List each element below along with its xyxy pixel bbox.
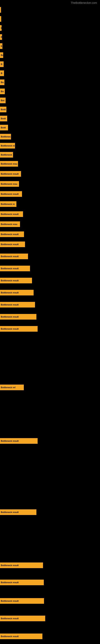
bar: Bottleneck result bbox=[0, 616, 45, 621]
list-item: Bottleneck result bbox=[0, 509, 36, 515]
list-item bbox=[0, 16, 1, 22]
bar: Bottleneck result bbox=[0, 634, 42, 639]
bar: Bottleneck re bbox=[0, 201, 16, 207]
bar-label: Bottleneck result bbox=[1, 233, 19, 236]
bar: Bottleneck result bbox=[0, 211, 23, 217]
list-item: Bottleneck resu bbox=[0, 222, 20, 227]
list-item: Bottleneck ref bbox=[0, 384, 24, 390]
bar: Bottleneck result bbox=[0, 278, 32, 283]
bar: Bottleneck res bbox=[0, 143, 15, 148]
bar: Bottleneck result bbox=[0, 302, 35, 308]
list-item: Bottleneck result bbox=[0, 191, 22, 197]
list-item: Bottl bbox=[0, 116, 7, 121]
list-item: Bottleneck result bbox=[0, 302, 35, 308]
bar-label: Bottleneck result bbox=[1, 255, 19, 258]
list-item: Bot bbox=[0, 98, 6, 103]
bar: Bottl bbox=[0, 116, 7, 121]
bar: Bo bbox=[0, 52, 3, 58]
bar: Bottleneck result bbox=[0, 290, 34, 296]
bar: Bottleneck result bbox=[0, 598, 44, 604]
bar: Bottleneck result bbox=[0, 314, 36, 320]
bar-label: Bottleneck result bbox=[1, 292, 19, 294]
bar-label: Bo bbox=[1, 90, 4, 92]
site-title: TheBottlenecker.com bbox=[71, 0, 99, 5]
bar-label: Bottleneck result bbox=[1, 564, 19, 566]
bar bbox=[0, 16, 1, 22]
bar-label: Bottleneck result bbox=[1, 581, 19, 584]
bar-label: B bbox=[1, 36, 2, 38]
list-item: Bottl bbox=[0, 125, 8, 130]
bar-label: E bbox=[1, 45, 2, 47]
bar: Bottleneck result bbox=[0, 171, 21, 177]
bar-label: Bottleneck result bbox=[1, 440, 19, 442]
list-item: B bbox=[0, 34, 2, 40]
list-item: B bbox=[0, 70, 4, 76]
bar-label: Bottleneck result bbox=[1, 243, 19, 246]
bar-label: Bo bbox=[1, 54, 3, 56]
list-item: Bottleneck re bbox=[0, 201, 16, 207]
bar-label: Bottleneck bbox=[1, 154, 12, 156]
bar-label: Bottleneck result bbox=[1, 213, 19, 215]
bar-label: Bottl bbox=[1, 126, 6, 129]
list-item: Bottleneck result bbox=[0, 266, 30, 271]
bar: Bo bbox=[0, 80, 4, 85]
bar: Bottleneck result bbox=[0, 509, 36, 515]
list-item: Bottleneck result bbox=[0, 254, 28, 259]
bar-label: Bottleneck resu bbox=[1, 223, 17, 226]
list-item: Bottleneck result bbox=[0, 171, 21, 177]
bar: Bottleneck result bbox=[0, 562, 43, 568]
bar: Bottleneck resu bbox=[0, 222, 20, 227]
list-item: Bottleneck bbox=[0, 152, 13, 158]
bar-label: Bottl bbox=[1, 108, 6, 111]
list-item: Bottleneck result bbox=[0, 616, 45, 621]
list-item: B bbox=[0, 62, 3, 67]
list-item: Bottleneck resu bbox=[0, 181, 19, 187]
bar-label: Bottleneck result bbox=[1, 304, 19, 306]
bar: Bo bbox=[0, 88, 5, 94]
list-item: Bottleneck result bbox=[0, 326, 38, 332]
list-item: Bo bbox=[0, 88, 5, 94]
bar: B bbox=[0, 70, 4, 76]
bar: Bottl bbox=[0, 125, 8, 130]
list-item: Bottleneck result bbox=[0, 232, 24, 237]
bar-label: Bottleneck result bbox=[1, 600, 19, 602]
bar: Bottl bbox=[0, 107, 6, 112]
bar-label: Bottleneck result bbox=[1, 267, 19, 270]
bar-label: Bottleneck result bbox=[1, 173, 19, 175]
bar: Bottleneck result bbox=[0, 242, 25, 247]
bar-label: Bottleneck resu bbox=[1, 162, 17, 165]
bar-label: Bottleneck resu bbox=[1, 183, 17, 185]
bar-label: E bbox=[1, 27, 1, 29]
bar-label: Bottleneck re bbox=[1, 203, 15, 205]
bar-label: Bottlenec bbox=[1, 136, 11, 138]
bar: Bottleneck result bbox=[0, 580, 44, 585]
list-item bbox=[0, 7, 1, 13]
bar: Bottleneck result bbox=[0, 254, 28, 259]
list-item: Bottleneck result bbox=[0, 242, 25, 247]
list-item: Bottleneck result bbox=[0, 438, 38, 444]
list-item: Bo bbox=[0, 52, 3, 58]
bar-label: Bottl bbox=[1, 117, 6, 120]
bar-label: Bottleneck result bbox=[1, 316, 19, 318]
list-item: Bottleneck resu bbox=[0, 161, 18, 167]
bar: Bottleneck result bbox=[0, 232, 24, 237]
list-item: Bottleneck result bbox=[0, 211, 23, 217]
bar-label: Bottleneck result bbox=[1, 193, 19, 195]
list-item: Bottleneck result bbox=[0, 278, 32, 283]
bar-label: Bottleneck result bbox=[1, 279, 19, 282]
bar: Bottleneck bbox=[0, 152, 13, 158]
bar-label: B bbox=[1, 63, 2, 66]
bar-label: Bottleneck result bbox=[1, 511, 19, 514]
bar: E bbox=[0, 43, 2, 49]
list-item: E bbox=[0, 43, 2, 49]
bar-label: Bottleneck result bbox=[1, 328, 19, 330]
bar-label: B bbox=[1, 72, 2, 74]
bar: E bbox=[0, 25, 1, 31]
bar-label: Bot bbox=[1, 99, 4, 102]
bar-label: Bottleneck ref bbox=[1, 386, 15, 388]
bar-label: Bottleneck result bbox=[1, 617, 19, 620]
bar: Bottleneck ref bbox=[0, 384, 24, 390]
bar: Bottlenec bbox=[0, 134, 11, 140]
bar: B bbox=[0, 62, 3, 67]
list-item: Bottleneck result bbox=[0, 562, 43, 568]
